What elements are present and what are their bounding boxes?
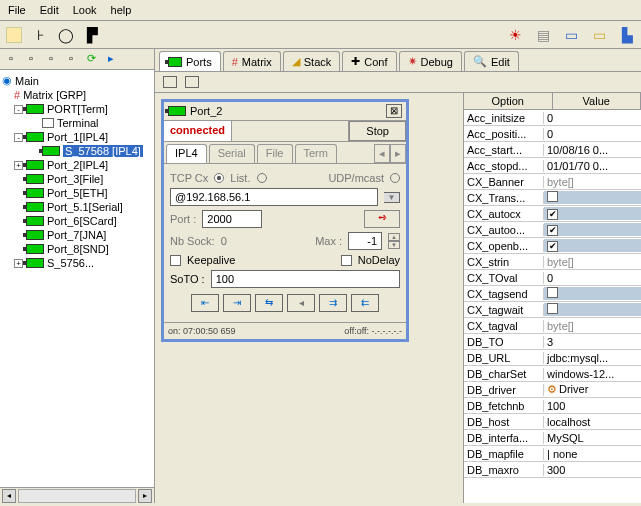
btn-5[interactable]: ⇉: [319, 294, 347, 312]
radio-tcp[interactable]: [214, 173, 224, 183]
prop-value[interactable]: MySQL: [544, 432, 641, 444]
tree-port51[interactable]: +Port_5.1[Serial]: [2, 200, 152, 214]
tree-hscroll[interactable]: ◂▸: [0, 487, 154, 503]
tree-portterm[interactable]: -PORT[Term]: [2, 102, 152, 116]
sub-tool-1[interactable]: [163, 76, 177, 88]
prop-row[interactable]: CX_Bannerbyte[]: [464, 174, 641, 190]
prop-value[interactable]: ⚙Driver: [544, 383, 641, 396]
flag-icon[interactable]: ▛: [84, 27, 100, 43]
prop-value[interactable]: 01/01/70 0...: [544, 160, 641, 172]
connector-icon[interactable]: ⊦: [32, 27, 48, 43]
prop-value[interactable]: ✔: [544, 223, 641, 236]
prop-value[interactable]: 0: [544, 112, 641, 124]
prop-row[interactable]: CX_TOval0: [464, 270, 641, 286]
sb-tool-1[interactable]: ▫: [4, 52, 18, 66]
prop-row[interactable]: CX_autoo...✔: [464, 222, 641, 238]
pwt-file[interactable]: File: [257, 144, 293, 163]
prop-value[interactable]: byte[]: [544, 256, 641, 268]
sb-tool-2[interactable]: ▫: [24, 52, 38, 66]
doc-icon[interactable]: ▤: [535, 27, 551, 43]
checkbox-icon[interactable]: ✔: [547, 209, 558, 220]
sb-tool-5[interactable]: ⟳: [84, 52, 98, 66]
sb-tool-4[interactable]: ▫: [64, 52, 78, 66]
tree-port2[interactable]: +Port_2[IPL4]: [2, 158, 152, 172]
prop-value[interactable]: ✔: [544, 239, 641, 252]
tree-port3[interactable]: +Port_3[File]: [2, 172, 152, 186]
prop-value[interactable]: windows-12...: [544, 368, 641, 380]
pwt-serial[interactable]: Serial: [209, 144, 255, 163]
sb-tool-6[interactable]: ▸: [104, 52, 118, 66]
menu-help[interactable]: help: [111, 4, 132, 16]
btn-2[interactable]: ⇥: [223, 294, 251, 312]
prop-row[interactable]: DB_interfa...MySQL: [464, 430, 641, 446]
tab-conf[interactable]: ✚Conf: [342, 51, 396, 71]
max-down[interactable]: ▼: [388, 241, 400, 249]
checkbox-icon[interactable]: [547, 191, 558, 202]
checkbox-icon[interactable]: ✔: [547, 225, 558, 236]
tree-terminal[interactable]: Terminal: [2, 116, 152, 130]
prop-value[interactable]: jdbc:mysql...: [544, 352, 641, 364]
prop-row[interactable]: DB_URLjdbc:mysql...: [464, 350, 641, 366]
menu-edit[interactable]: Edit: [40, 4, 59, 16]
ip-dropdown[interactable]: ▼: [384, 192, 400, 203]
checkbox-icon[interactable]: ✔: [547, 241, 558, 252]
tree-port6[interactable]: +Port_6[SCard]: [2, 214, 152, 228]
prop-row[interactable]: DB_maxro300: [464, 462, 641, 478]
chk-nodelay[interactable]: [341, 255, 352, 266]
prop-value[interactable]: 100: [544, 400, 641, 412]
tab-matrix[interactable]: #Matrix: [223, 51, 281, 71]
tree-port7[interactable]: +Port_7[JNA]: [2, 228, 152, 242]
prop-value[interactable]: 0: [544, 272, 641, 284]
tree-port1-child[interactable]: S_57568 [IPL4]: [2, 144, 152, 158]
prop-row[interactable]: CX_Trans...: [464, 190, 641, 206]
btn-3[interactable]: ⇆: [255, 294, 283, 312]
prop-value[interactable]: 0: [544, 128, 641, 140]
tree-port1[interactable]: -Port_1[IPL4]: [2, 130, 152, 144]
prop-value[interactable]: localhost: [544, 416, 641, 428]
checkbox-icon[interactable]: [547, 303, 558, 314]
connect-button[interactable]: ➺: [364, 210, 400, 228]
sub-tool-2[interactable]: [185, 76, 199, 88]
close-icon[interactable]: ⊠: [386, 104, 402, 118]
prop-row[interactable]: Acc_initsize0: [464, 110, 641, 126]
tab-debug[interactable]: ✷Debug: [399, 51, 462, 71]
prop-row[interactable]: CX_tagvalbyte[]: [464, 318, 641, 334]
prop-row[interactable]: Acc_positi...0: [464, 126, 641, 142]
menu-file[interactable]: File: [8, 4, 26, 16]
prop-row[interactable]: DB_fetchnb100: [464, 398, 641, 414]
btn-6[interactable]: ⇇: [351, 294, 379, 312]
circle-icon[interactable]: ◯: [58, 27, 74, 43]
radio-list[interactable]: [257, 173, 267, 183]
prop-value[interactable]: byte[]: [544, 320, 641, 332]
tab-edit[interactable]: 🔍Edit: [464, 51, 519, 71]
col-option[interactable]: Option: [464, 93, 553, 109]
prop-value[interactable]: 10/08/16 0...: [544, 144, 641, 156]
pwt-ipl4[interactable]: IPL4: [166, 144, 207, 163]
chk-keepalive[interactable]: [170, 255, 181, 266]
max-input[interactable]: -1: [348, 232, 382, 250]
tree-matrix[interactable]: #Matrix [GRP]: [2, 88, 152, 102]
tab-ports[interactable]: Ports: [159, 51, 221, 71]
pwt-next[interactable]: ▸: [390, 144, 406, 163]
folder-blue-icon[interactable]: ▭: [563, 27, 579, 43]
prop-row[interactable]: DB_TO3: [464, 334, 641, 350]
prop-row[interactable]: Acc_start...10/08/16 0...: [464, 142, 641, 158]
prop-row[interactable]: DB_mapfile| none: [464, 446, 641, 462]
prop-row[interactable]: CX_strinbyte[]: [464, 254, 641, 270]
max-up[interactable]: ▲: [388, 233, 400, 241]
prop-value[interactable]: [544, 303, 641, 316]
btn-1[interactable]: ⇤: [191, 294, 219, 312]
prop-value[interactable]: byte[]: [544, 176, 641, 188]
prop-value[interactable]: ✔: [544, 207, 641, 220]
soto-input[interactable]: 100: [211, 270, 400, 288]
radio-udp[interactable]: [390, 173, 400, 183]
pwt-prev[interactable]: ◂: [374, 144, 390, 163]
new-icon[interactable]: [6, 27, 22, 43]
prop-row[interactable]: CX_tagsend: [464, 286, 641, 302]
menu-look[interactable]: Look: [73, 4, 97, 16]
ip-input[interactable]: @192.168.56.1: [170, 188, 378, 206]
sun-icon[interactable]: ☀: [507, 27, 523, 43]
prop-row[interactable]: DB_driver⚙Driver: [464, 382, 641, 398]
pwt-term[interactable]: Term: [295, 144, 337, 163]
tree-root[interactable]: ◉Main: [2, 73, 152, 88]
